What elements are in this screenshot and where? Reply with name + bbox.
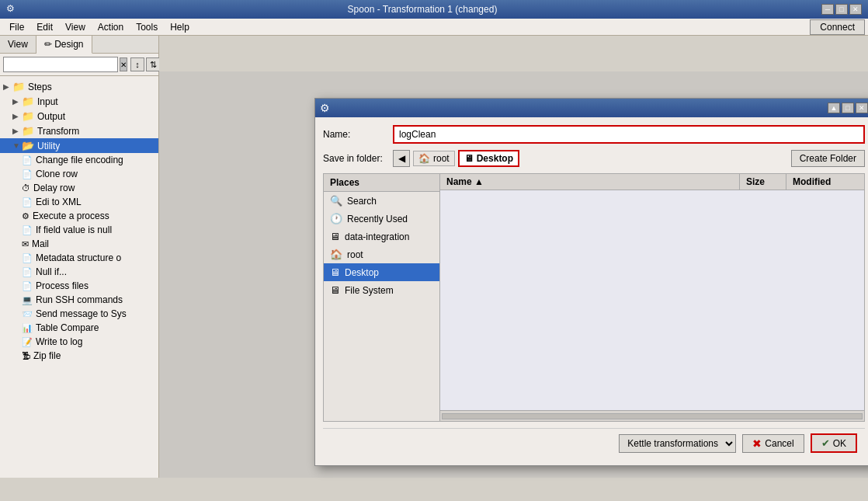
menu-bar: File Edit View Action Tools Help Connect — [0, 19, 868, 36]
step-icon: 📄 — [22, 281, 33, 291]
kettle-select[interactable]: Kettle transformations — [619, 434, 736, 453]
steps-tree: ▶ 📁 Steps ▶ 📁 Input ▶ 📁 Output ▶ 📁 Trans… — [0, 76, 158, 478]
folder-icon: 📁 — [22, 125, 34, 137]
menu-view[interactable]: View — [59, 20, 92, 34]
list-item[interactable]: ⚙ Execute a process — [0, 209, 158, 223]
expand-icon: ▶ — [12, 127, 22, 135]
list-item[interactable]: 📄 Change file encoding — [0, 153, 158, 167]
list-item[interactable]: 📄 Clone row — [0, 167, 158, 181]
menu-file[interactable]: File — [3, 20, 30, 34]
list-item[interactable]: 📨 Send message to Sys — [0, 307, 158, 321]
tree-item-output[interactable]: ▶ 📁 Output — [0, 109, 158, 124]
menu-edit[interactable]: Edit — [30, 20, 59, 34]
ok-button[interactable]: ✔ OK — [811, 433, 857, 453]
expand-icon: ▶ — [3, 82, 12, 91]
dialog-title-bar: ⚙ ▲ □ ✕ — [315, 99, 868, 117]
step-icon: ⏱ — [22, 183, 30, 193]
list-item[interactable]: 📄 Null if... — [0, 265, 158, 279]
place-item-recently-used[interactable]: 🕐 Recently Used — [324, 210, 439, 228]
minimize-button[interactable]: ─ — [821, 4, 834, 15]
list-item[interactable]: 📄 Edi to XML — [0, 195, 158, 209]
list-item[interactable]: 📄 Process files — [0, 279, 158, 293]
name-label: Name: — [323, 129, 393, 140]
scrollbar-track[interactable] — [442, 413, 863, 419]
col-name[interactable]: Name ▲ — [440, 174, 740, 190]
dialog-icon: ⚙ — [320, 102, 330, 114]
dialog-controls: ▲ □ ✕ — [828, 103, 868, 113]
name-input[interactable] — [393, 125, 865, 144]
steps-root[interactable]: ▶ 📁 Steps — [0, 79, 158, 94]
place-item-filesystem[interactable]: 🖥 File System — [324, 281, 439, 299]
file-browser: Places 🔍 Search 🕐 Recently Used 🖥 data-i… — [323, 173, 865, 422]
files-panel: Name ▲ Size Modified — [440, 174, 864, 421]
breadcrumb-desktop[interactable]: 🖥 Desktop — [458, 150, 519, 167]
tab-view[interactable]: View — [0, 36, 36, 53]
place-item-root[interactable]: 🏠 root — [324, 245, 439, 263]
steps-search-input[interactable] — [3, 57, 118, 72]
list-item[interactable]: ✉ Mail — [0, 237, 158, 251]
step-icon: 📊 — [22, 323, 33, 333]
step-icon: 📄 — [22, 155, 33, 165]
folder-icon: 📁 — [22, 110, 34, 122]
place-item-search[interactable]: 🔍 Search — [324, 192, 439, 210]
step-icon: 💻 — [22, 295, 33, 305]
pencil-icon: ✏ — [44, 39, 52, 50]
cancel-button[interactable]: ✖ Cancel — [742, 434, 804, 453]
list-item[interactable]: 📊 Table Compare — [0, 321, 158, 335]
list-item[interactable]: 📄 If field value is null — [0, 223, 158, 237]
save-dialog: ⚙ ▲ □ ✕ Name: Save in folder: — [314, 98, 868, 466]
menu-tools[interactable]: Tools — [130, 20, 164, 34]
breadcrumb-root[interactable]: 🏠 root — [413, 151, 455, 166]
step-icon: ⚙ — [22, 211, 30, 221]
list-item[interactable]: 💻 Run SSH commands — [0, 293, 158, 307]
list-item[interactable]: ⏱ Delay row — [0, 181, 158, 195]
maximize-button[interactable]: □ — [835, 4, 848, 15]
folder-nav: ◀ 🏠 root 🖥 Desktop — [393, 150, 791, 167]
col-modified: Modified — [786, 174, 864, 190]
tree-item-utility[interactable]: ▼ 📂 Utility — [0, 138, 158, 153]
tree-collapse-button[interactable]: ⇅ — [146, 57, 160, 71]
tree-item-input[interactable]: ▶ 📁 Input — [0, 94, 158, 109]
menu-help[interactable]: Help — [164, 20, 196, 34]
tree-item-transform[interactable]: ▶ 📁 Transform — [0, 124, 158, 138]
files-scrollbar[interactable] — [440, 410, 864, 421]
places-header: Places — [324, 174, 439, 192]
dialog-up-button[interactable]: ▲ — [828, 103, 840, 113]
step-icon: 📄 — [22, 197, 33, 207]
col-size[interactable]: Size — [740, 174, 786, 190]
place-item-desktop[interactable]: 🖥 Desktop — [324, 263, 439, 281]
list-item[interactable]: 🗜 Zip file — [0, 349, 158, 363]
menu-action[interactable]: Action — [92, 20, 130, 34]
nav-back-button[interactable]: ◀ — [393, 150, 410, 167]
step-icon: ✉ — [22, 239, 29, 249]
folder-icon: 📁 — [12, 81, 25, 92]
connect-button[interactable]: Connect — [810, 19, 865, 35]
place-item-data-integration[interactable]: 🖥 data-integration — [324, 228, 439, 245]
search-icon: 🔍 — [330, 195, 342, 207]
desktop-icon: 🖥 — [330, 266, 340, 278]
search-box-container: ✕ ↕ ⇅ — [0, 54, 158, 76]
save-in-label: Save in folder: — [323, 153, 393, 164]
folder-icon: 📂 — [22, 140, 34, 151]
sort-asc-icon: ▲ — [474, 176, 484, 187]
list-item[interactable]: 📝 Write to log — [0, 335, 158, 349]
expand-icon: ▶ — [12, 97, 22, 106]
filesystem-icon: 🖥 — [330, 284, 340, 296]
tree-expand-button[interactable]: ↕ — [130, 57, 144, 71]
desktop-icon: 🖥 — [464, 153, 474, 164]
close-button[interactable]: ✕ — [849, 4, 862, 15]
list-item[interactable]: 📄 Metadata structure o — [0, 251, 158, 265]
canvas-area: ut ⚙ ▲ □ ✕ Name: — [159, 36, 868, 478]
clock-icon: 🕐 — [330, 213, 342, 224]
step-icon: 📨 — [22, 309, 33, 319]
search-clear-button[interactable]: ✕ — [120, 57, 127, 71]
dialog-restore-button[interactable]: □ — [842, 103, 854, 113]
tab-design[interactable]: ✏ Design — [36, 36, 92, 54]
panel-tabs: View ✏ Design — [0, 36, 158, 54]
files-area[interactable] — [440, 190, 864, 410]
create-folder-button[interactable]: Create Folder — [791, 150, 865, 167]
dialog-close-button[interactable]: ✕ — [856, 103, 868, 113]
main-layout: View ✏ Design ✕ ↕ ⇅ ▶ 📁 Steps ▶ — [0, 36, 868, 478]
step-icon: 🗜 — [22, 351, 30, 360]
tree-controls: ↕ ⇅ — [129, 57, 161, 71]
